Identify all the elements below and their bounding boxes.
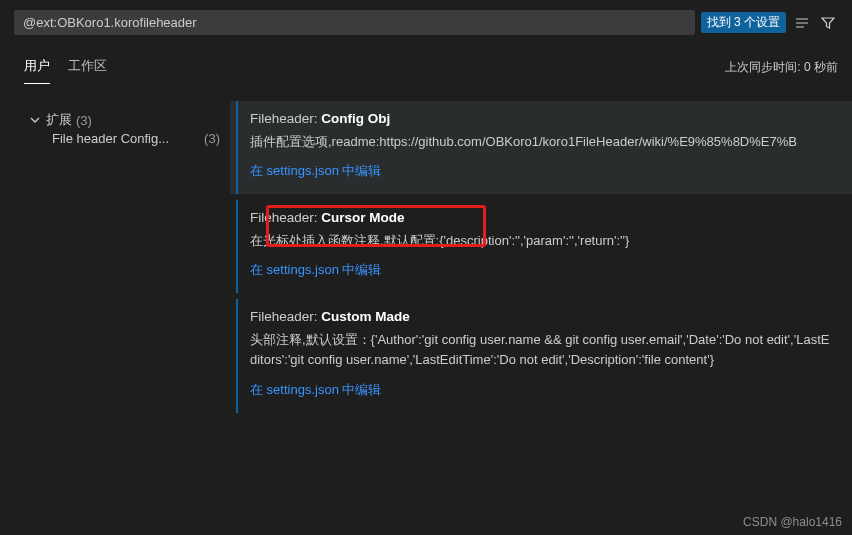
- setting-item[interactable]: Fileheader: Custom Made 头部注释,默认设置：{'Auth…: [230, 299, 852, 412]
- setting-item[interactable]: Fileheader: Cursor Mode 在光标处插入函数注释,默认配置:…: [230, 200, 852, 293]
- settings-list: Fileheader: Config Obj 插件配置选项,readme:htt…: [230, 91, 852, 535]
- setting-title: Fileheader: Config Obj: [250, 111, 834, 126]
- tree-root-extensions[interactable]: 扩展 (3): [30, 109, 226, 131]
- last-sync-label: 上次同步时间: 0 秒前: [725, 59, 838, 84]
- tree-item-fileheader[interactable]: File header Config... (3): [30, 131, 226, 146]
- setting-title: Fileheader: Cursor Mode: [250, 210, 834, 225]
- results-count-badge: 找到 3 个设置: [701, 12, 786, 33]
- setting-prefix: Fileheader:: [250, 111, 321, 126]
- setting-prefix: Fileheader:: [250, 210, 321, 225]
- clear-search-icon[interactable]: [792, 13, 812, 33]
- tree-root-count: (3): [76, 113, 92, 128]
- modified-indicator: [236, 299, 238, 412]
- chevron-down-icon: [30, 113, 42, 128]
- watermark-text: CSDN @halo1416: [743, 515, 842, 529]
- tree-item-label: File header Config...: [52, 131, 169, 146]
- tree-item-count: (3): [204, 131, 220, 146]
- search-input-wrap[interactable]: [14, 10, 695, 35]
- settings-search-input[interactable]: [23, 15, 686, 30]
- modified-indicator: [236, 200, 238, 293]
- tree-root-label: 扩展: [46, 111, 72, 129]
- setting-description: 插件配置选项,readme:https://github.com/OBKoro1…: [250, 132, 834, 152]
- setting-description: 在光标处插入函数注释,默认配置:{'description':'','param…: [250, 231, 834, 251]
- setting-name: Custom Made: [321, 309, 410, 324]
- setting-name: Config Obj: [321, 111, 390, 126]
- tab-user[interactable]: 用户: [24, 57, 50, 84]
- settings-tree: 扩展 (3) File header Config... (3): [0, 91, 230, 535]
- setting-name: Cursor Mode: [321, 210, 404, 225]
- tab-workspace[interactable]: 工作区: [68, 57, 107, 84]
- setting-prefix: Fileheader:: [250, 309, 321, 324]
- modified-indicator: [236, 101, 238, 194]
- setting-title: Fileheader: Custom Made: [250, 309, 834, 324]
- filter-icon[interactable]: [818, 13, 838, 33]
- setting-description: 头部注释,默认设置：{'Author':'git config user.nam…: [250, 330, 834, 370]
- edit-in-settings-json-link[interactable]: 在 settings.json 中编辑: [250, 262, 382, 277]
- setting-item[interactable]: Fileheader: Config Obj 插件配置选项,readme:htt…: [230, 101, 852, 194]
- edit-in-settings-json-link[interactable]: 在 settings.json 中编辑: [250, 163, 382, 178]
- edit-in-settings-json-link[interactable]: 在 settings.json 中编辑: [250, 382, 382, 397]
